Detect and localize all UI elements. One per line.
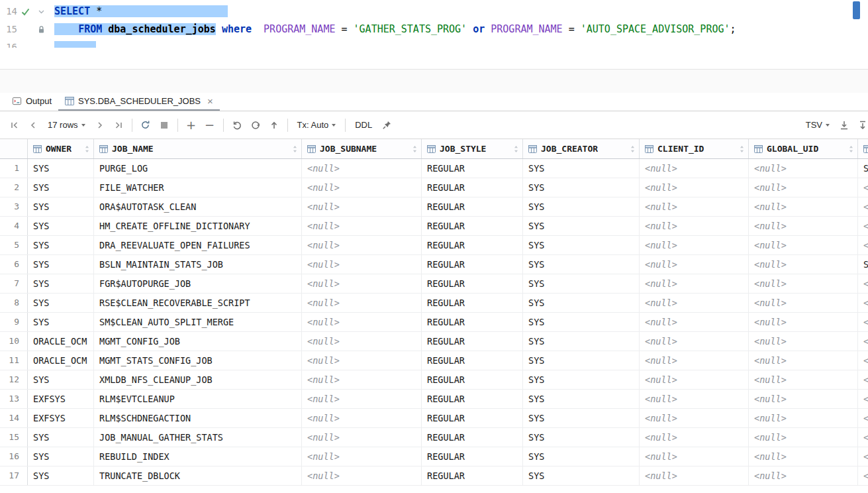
table-cell[interactable]: EXFSYS <box>28 409 94 427</box>
last-page-icon[interactable] <box>109 117 128 134</box>
table-cell[interactable]: SYS <box>858 159 868 178</box>
row-number[interactable]: 14 <box>0 409 28 427</box>
row-number[interactable]: 6 <box>0 255 28 274</box>
row-number[interactable]: 8 <box>0 294 28 312</box>
table-cell[interactable]: SYS <box>28 236 94 254</box>
table-cell[interactable]: <null> <box>858 313 868 331</box>
table-cell[interactable]: DRA_REEVALUATE_OPEN_FAILURES <box>94 236 302 254</box>
table-cell[interactable]: SYS <box>523 159 640 178</box>
editor-line[interactable]: 16 <box>0 38 868 48</box>
table-cell[interactable]: <null> <box>858 351 868 370</box>
table-cell[interactable]: REGULAR <box>422 428 523 447</box>
table-cell[interactable]: <null> <box>749 351 858 370</box>
column-header[interactable]: JOB_CREATOR <box>523 139 640 158</box>
sort-icon[interactable] <box>293 145 297 153</box>
table-cell[interactable]: <null> <box>640 217 749 235</box>
table-cell[interactable]: <null> <box>858 197 868 216</box>
table-cell[interactable]: SYS <box>28 178 94 197</box>
table-cell[interactable]: <null> <box>302 370 422 389</box>
sql-editor[interactable]: 14SELECT * 15 FROM dba_scheduler_jobs wh… <box>0 0 868 48</box>
table-cell[interactable]: <null> <box>302 428 422 447</box>
table-cell[interactable]: <null> <box>302 217 422 235</box>
table-cell[interactable]: SYS <box>28 159 94 178</box>
table-cell[interactable]: <null> <box>749 236 858 254</box>
table-cell[interactable]: MGMT_STATS_CONFIG_JOB <box>94 351 302 370</box>
tx-mode-dropdown[interactable]: Tx: Auto <box>297 120 336 130</box>
table-cell[interactable]: <null> <box>640 466 749 485</box>
table-cell[interactable]: SYS <box>28 428 94 447</box>
sort-icon[interactable] <box>849 145 853 153</box>
row-number[interactable]: 16 <box>0 447 28 466</box>
table-cell[interactable]: <null> <box>858 447 868 466</box>
table-cell[interactable]: <null> <box>749 466 858 485</box>
table-cell[interactable]: ORACLE_OCM <box>28 351 94 370</box>
table-cell[interactable]: <null> <box>640 294 749 312</box>
table-cell[interactable]: REGULAR <box>422 178 523 197</box>
table-cell[interactable]: FGR$AUTOPURGE_JOB <box>94 274 302 293</box>
table-cell[interactable]: SYS <box>523 409 640 427</box>
refresh-changes-icon[interactable] <box>246 117 265 134</box>
table-cell[interactable]: <null> <box>858 217 868 235</box>
table-cell[interactable]: <null> <box>302 197 422 216</box>
table-cell[interactable]: SYS <box>523 332 640 351</box>
stop-icon[interactable] <box>155 117 173 134</box>
table-cell[interactable]: <null> <box>302 313 422 331</box>
row-number[interactable]: 1 <box>0 159 28 178</box>
table-cell[interactable]: REGULAR <box>422 274 523 293</box>
table-cell[interactable]: SYS <box>28 197 94 216</box>
row-number[interactable]: 4 <box>0 217 28 235</box>
column-header[interactable]: JOB_SUBNAME <box>302 139 422 158</box>
sort-icon[interactable] <box>630 145 635 153</box>
table-cell[interactable]: <null> <box>640 255 749 274</box>
row-number[interactable]: 2 <box>0 178 28 197</box>
column-header[interactable]: JOB_STYLE <box>422 139 523 158</box>
table-cell[interactable]: EXFSYS <box>28 390 94 408</box>
row-number[interactable]: 15 <box>0 428 28 447</box>
tab-output[interactable]: Output <box>5 93 58 111</box>
table-cell[interactable]: <null> <box>640 159 749 178</box>
table-cell[interactable]: <null> <box>749 255 858 274</box>
row-number[interactable]: 10 <box>0 332 28 351</box>
table-cell[interactable]: REGULAR <box>422 159 523 178</box>
table-cell[interactable]: REGULAR <box>422 390 523 408</box>
table-cell[interactable]: REGULAR <box>422 351 523 370</box>
row-number[interactable]: 17 <box>0 466 28 485</box>
table-cell[interactable]: <null> <box>302 274 422 293</box>
table-cell[interactable]: SYS <box>858 255 868 274</box>
table-cell[interactable]: SYS <box>523 217 640 235</box>
table-cell[interactable]: <null> <box>302 390 422 408</box>
editor-line[interactable]: 15 FROM dba_scheduler_jobs where PROGRAM… <box>0 21 868 38</box>
table-cell[interactable]: <null> <box>640 274 749 293</box>
table-cell[interactable]: REGULAR <box>422 217 523 235</box>
table-cell[interactable]: SYS <box>523 197 640 216</box>
sort-icon[interactable] <box>740 145 744 153</box>
table-cell[interactable]: SYS <box>523 390 640 408</box>
table-cell[interactable]: <null> <box>749 370 858 389</box>
reload-icon[interactable] <box>136 117 155 134</box>
table-cell[interactable]: <null> <box>749 332 858 351</box>
table-cell[interactable]: SYS <box>523 236 640 254</box>
table-cell[interactable]: SYS <box>28 313 94 331</box>
scrollbar-thumb[interactable] <box>853 1 860 19</box>
table-cell[interactable]: REGULAR <box>422 370 523 389</box>
code-line[interactable]: FROM dba_scheduler_jobs where PROGRAM_NA… <box>52 21 736 38</box>
table-cell[interactable]: XMLDB_NFS_CLEANUP_JOB <box>94 370 302 389</box>
table-cell[interactable]: <null> <box>640 197 749 216</box>
table-cell[interactable]: PURGE_LOG <box>94 159 302 178</box>
table-cell[interactable]: <null> <box>640 428 749 447</box>
row-number[interactable]: 7 <box>0 274 28 293</box>
row-number[interactable]: 13 <box>0 390 28 408</box>
table-cell[interactable]: SYS <box>523 255 640 274</box>
table-cell[interactable]: SYS <box>523 351 640 370</box>
table-cell[interactable]: SYS <box>28 274 94 293</box>
export-download-icon[interactable] <box>835 117 853 134</box>
first-page-icon[interactable] <box>5 117 24 134</box>
sort-icon[interactable] <box>412 145 417 153</box>
sort-icon[interactable] <box>514 145 518 153</box>
add-row-icon[interactable]: + <box>182 117 201 134</box>
table-cell[interactable]: <null> <box>749 274 858 293</box>
table-cell[interactable]: HM_CREATE_OFFLINE_DICTIONARY <box>94 217 302 235</box>
table-cell[interactable]: <null> <box>858 390 868 408</box>
table-cell[interactable]: RLM$SCHDNEGACTION <box>94 409 302 427</box>
table-cell[interactable]: <null> <box>302 236 422 254</box>
